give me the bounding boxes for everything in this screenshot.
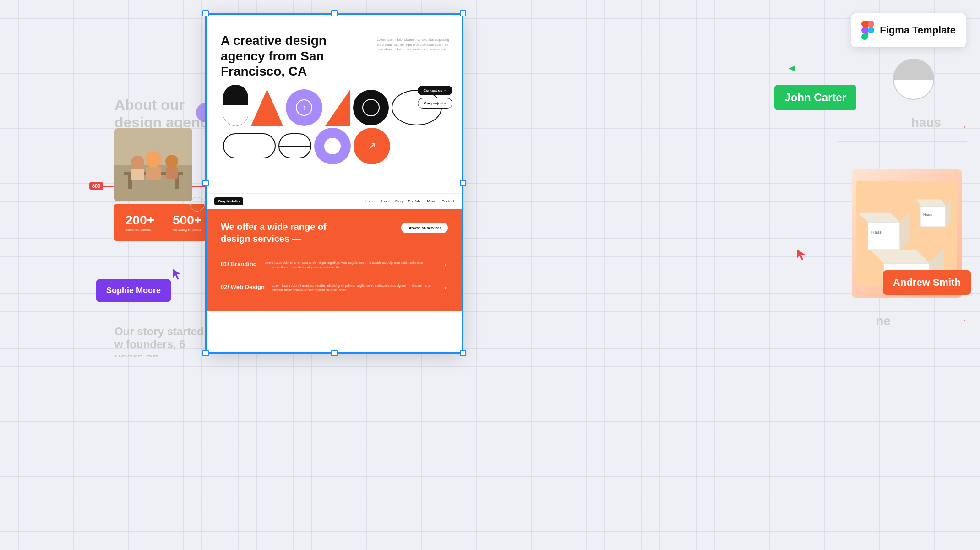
left-frame: Graphicfolio Home | About our design age… [0,37,211,357]
figma-template-box: Figma Template [851,13,966,48]
left-our-story: Our story started w founders, 6 years ag [114,325,211,357]
service-desc-1: Lorem ipsum dolor sit amet, consectetur … [265,261,433,270]
right-orange-arrow-2[interactable]: → [958,315,967,326]
svg-marker-21 [916,199,946,206]
left-arrow-btn[interactable]: → [190,197,205,212]
nav-links: Home About Blog Portfolio Menu Contact [250,199,454,203]
green-arrow-icon: ◄ [787,62,797,74]
andrew-smith-badge: Andrew Smith [883,270,971,295]
shape-circle-white-inner [324,138,341,154]
service-item-1: 01/ Branding Lorem ipsum dolor sit amet,… [221,254,448,277]
svg-text:Haus: Haus [871,230,882,234]
shape-pill-black [223,85,248,126]
sophie-moore-badge: Sophie Moore [96,279,171,302]
cursor-red-svg [796,248,806,260]
left-image-inner [114,128,192,201]
service-arrow-1[interactable]: → [441,261,448,269]
figma-logo-icon [861,21,874,40]
shape-circle-orange: ↗ [354,128,390,164]
cursor-red-icon [796,248,806,262]
john-carter-badge: John Carter [774,85,856,110]
svg-rect-6 [131,169,144,180]
services-title: We offer a wide range of design services… [221,221,340,245]
right-grey-half-top [894,60,933,79]
services-section: We offer a wide range of design services… [207,209,462,311]
hero-section: A creative design agency from San Franci… [207,15,462,193]
nav-link-about[interactable]: About [380,199,390,203]
shapes-row-1: ↑ [221,85,448,126]
nav-link-blog[interactable]: Blog [395,199,403,203]
svg-text:Haus: Haus [923,212,932,217]
stat2-value: 500+ [173,213,201,228]
svg-point-7 [145,151,162,168]
service-item-2: 02/ Web Design Lo rem ipsum dolor sit am… [221,277,448,300]
stat1-value: 200+ [125,213,154,228]
figma-template-label: Figma Template [880,24,956,36]
main-frame: 60 A creative design agency from San Fra… [206,14,463,353]
cursor-purple-icon [172,268,182,280]
right-orange-arrow-1[interactable]: → [958,121,967,132]
right-grey-half-bottom [894,79,933,99]
team-illustration [114,128,192,201]
hero-title: A creative design agency from San Franci… [221,33,344,79]
service-number-1: 01/ Branding [221,261,257,267]
browse-all-services-button[interactable]: Browse all services [401,223,448,233]
svg-rect-8 [146,167,161,180]
services-header: We offer a wide range of design services… [221,221,448,245]
nav-link-home[interactable]: Home [365,199,375,203]
right-ne-text: ne [876,314,891,328]
svg-rect-10 [166,167,178,179]
nav-link-portfolio[interactable]: Portfolio [408,199,421,203]
shape-circle-black-inner [362,99,380,116]
shape-triangle-orange-1 [251,89,283,126]
site-navbar: Graphicfolio Home About Blog Portfolio M… [207,193,462,209]
nav-link-contact[interactable]: Contact [441,199,454,203]
service-arrow-2[interactable]: → [441,283,448,292]
shape-circle-black [353,90,389,125]
shape-circle-purple-2 [314,128,351,164]
right-divider-1 [837,141,967,142]
cursor-purple [172,268,182,283]
shapes-row-2: ↗ [221,128,448,164]
svg-point-5 [131,156,144,169]
shape-circle-purple-1: ↑ [286,89,322,126]
contact-us-button[interactable]: Contact us → [418,86,452,95]
shape-divided-circle [278,133,311,158]
our-projects-button[interactable]: Our projects [418,98,452,109]
nav-link-menu[interactable]: Menu [427,199,436,203]
svg-point-9 [165,155,178,168]
hero-buttons: Contact us → Our projects [418,86,452,109]
shape-triangle-orange-2 [325,89,350,126]
right-haus-text-top: haus [911,115,941,130]
nav-logo: Graphicfolio [214,197,243,205]
stat2-label: Amazing Projects [173,228,201,232]
shape-arrow-up: ↑ [296,99,312,116]
service-number-2: 02/ Web Design [221,283,265,290]
left-team-photo [114,128,192,201]
right-grey-shape [893,59,934,100]
stat1-label: Satisfied clients [125,228,154,232]
svg-marker-16 [868,222,900,250]
hero-lorem: Lorem ipsum dolor sit amet, consectetur … [377,38,452,52]
shape-rect-outline [223,133,276,158]
service-desc-2: Lo rem ipsum dolor sit amet, consectetur… [272,283,433,293]
right-frame: Figma Template ◄ John Carter haus → [659,0,980,550]
